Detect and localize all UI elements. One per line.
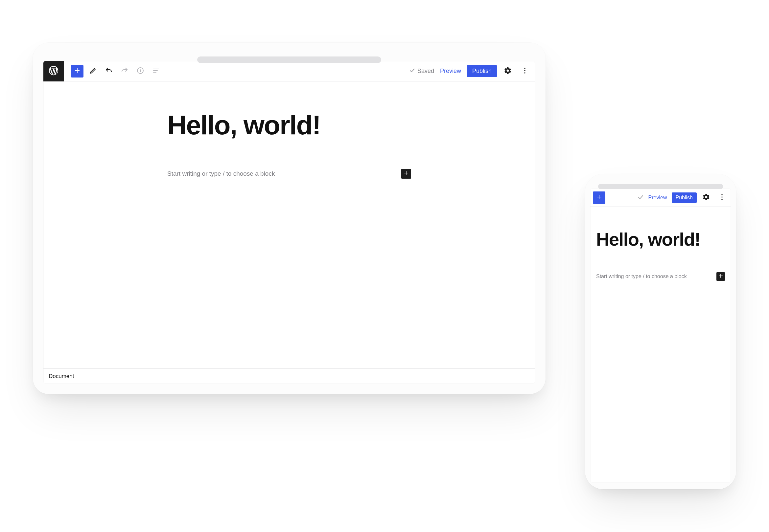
tablet-speaker-grille <box>197 56 381 63</box>
toolbar-right-group: Saved Preview Publish <box>409 65 535 78</box>
phone-screen: Preview Publish Hello, world! Star <box>590 188 731 483</box>
plus-icon <box>73 67 81 76</box>
editor-canvas[interactable]: Hello, world! Start writing or type / to… <box>43 81 535 368</box>
block-placeholder-text: Start writing or type / to choose a bloc… <box>167 170 395 177</box>
toolbar-right-group: Preview Publish <box>637 191 731 204</box>
preview-button[interactable]: Preview <box>647 193 668 203</box>
block-placeholder-text: Start writing or type / to choose a bloc… <box>596 274 710 279</box>
edit-tool-button[interactable] <box>87 65 99 78</box>
kebab-icon <box>718 193 726 202</box>
undo-icon <box>105 67 113 76</box>
block-inserter-button[interactable] <box>71 65 83 78</box>
tablet-device-frame: Saved Preview Publish Hello, world! <box>33 43 546 394</box>
empty-paragraph-block[interactable]: Start writing or type / to choose a bloc… <box>167 169 411 179</box>
empty-paragraph-block[interactable]: Start writing or type / to choose a bloc… <box>596 272 725 281</box>
save-status <box>637 194 644 202</box>
more-options-button[interactable] <box>716 191 728 204</box>
tablet-screen: Saved Preview Publish Hello, world! <box>43 61 535 384</box>
publish-button[interactable]: Publish <box>467 65 497 77</box>
svg-point-6 <box>524 68 526 69</box>
toolbar-left-group <box>43 61 165 81</box>
save-status-label: Saved <box>418 68 434 75</box>
document-outline-button[interactable] <box>150 65 162 78</box>
plus-icon <box>717 273 724 280</box>
settings-button[interactable] <box>700 191 712 204</box>
wordpress-logo-icon <box>48 65 59 78</box>
editor-toolbar: Preview Publish <box>590 188 731 207</box>
phone-speaker-grille <box>598 184 723 189</box>
redo-icon <box>121 67 128 76</box>
check-icon <box>637 194 644 202</box>
save-status: Saved <box>409 67 434 75</box>
svg-point-11 <box>721 199 723 200</box>
gear-icon <box>504 67 512 76</box>
svg-point-9 <box>721 194 723 195</box>
plus-icon <box>595 193 603 202</box>
info-icon <box>136 67 144 76</box>
svg-point-7 <box>524 70 526 71</box>
toolbar-left-group <box>590 191 608 204</box>
svg-point-10 <box>721 196 723 198</box>
redo-button[interactable] <box>118 65 131 78</box>
gear-icon <box>702 193 710 202</box>
phone-device-frame: Preview Publish Hello, world! Star <box>585 174 736 489</box>
editor-footer: Document <box>43 368 535 384</box>
document-details-button[interactable] <box>134 65 147 78</box>
editor-toolbar: Saved Preview Publish <box>43 61 535 81</box>
post-title-input[interactable]: Hello, world! <box>596 230 725 249</box>
pencil-icon <box>89 67 97 76</box>
plus-icon <box>403 170 410 178</box>
check-icon <box>409 67 416 75</box>
wordpress-home-button[interactable] <box>43 61 64 81</box>
canvas-content: Hello, world! Start writing or type / to… <box>590 230 731 281</box>
post-title-input[interactable]: Hello, world! <box>167 111 411 139</box>
block-appender-button[interactable] <box>716 272 725 281</box>
breadcrumb[interactable]: Document <box>49 373 74 380</box>
block-inserter-button[interactable] <box>593 191 605 204</box>
editor-canvas[interactable]: Hello, world! Start writing or type / to… <box>590 207 731 483</box>
publish-button[interactable]: Publish <box>672 192 697 203</box>
outline-icon <box>152 67 160 76</box>
canvas-content: Hello, world! Start writing or type / to… <box>159 111 419 179</box>
kebab-icon <box>521 67 529 76</box>
more-options-button[interactable] <box>519 65 531 78</box>
block-appender-button[interactable] <box>401 169 411 179</box>
undo-button[interactable] <box>102 65 115 78</box>
settings-button[interactable] <box>502 65 514 78</box>
preview-button[interactable]: Preview <box>439 66 463 77</box>
svg-point-8 <box>524 72 526 74</box>
